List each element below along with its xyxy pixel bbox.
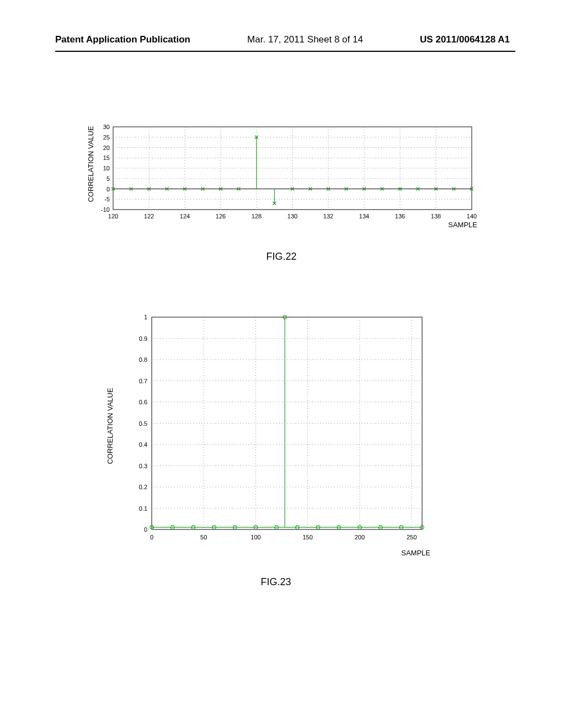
svg-text:0.6: 0.6 bbox=[139, 399, 147, 405]
svg-text:100: 100 bbox=[250, 534, 260, 540]
svg-text:0.1: 0.1 bbox=[139, 505, 147, 512]
svg-text:-10: -10 bbox=[101, 206, 110, 213]
svg-text:120: 120 bbox=[108, 213, 118, 220]
svg-text:25: 25 bbox=[103, 134, 110, 141]
svg-text:30: 30 bbox=[103, 124, 110, 130]
svg-text:0.7: 0.7 bbox=[139, 378, 147, 384]
header-left: Patent Application Publication bbox=[55, 34, 190, 45]
svg-text:200: 200 bbox=[355, 534, 365, 540]
fig23-xlabel: SAMPLE bbox=[401, 549, 430, 557]
svg-text:15: 15 bbox=[103, 154, 110, 161]
svg-text:0.2: 0.2 bbox=[139, 484, 147, 490]
fig23-ylabel: CORRELATION VALUE bbox=[106, 388, 114, 464]
svg-text:20: 20 bbox=[103, 144, 110, 151]
fig23-chart: 00.10.20.30.40.50.60.70.80.9105010015020… bbox=[121, 312, 430, 554]
page-header: Patent Application Publication Mar. 17, … bbox=[0, 34, 565, 45]
svg-text:134: 134 bbox=[359, 213, 369, 220]
fig22-caption: FIG.22 bbox=[266, 251, 296, 263]
svg-text:132: 132 bbox=[323, 213, 333, 220]
header-center: Mar. 17, 2011 Sheet 8 of 14 bbox=[247, 34, 363, 45]
svg-text:122: 122 bbox=[144, 213, 154, 220]
svg-text:250: 250 bbox=[407, 534, 417, 540]
svg-text:0: 0 bbox=[106, 186, 110, 192]
svg-text:0.8: 0.8 bbox=[139, 356, 147, 363]
fig22-chart: -10-505101520253012012212412612813013213… bbox=[86, 121, 477, 232]
svg-text:1: 1 bbox=[144, 314, 147, 320]
svg-text:-5: -5 bbox=[104, 196, 110, 202]
svg-text:0: 0 bbox=[150, 534, 153, 540]
svg-text:0.3: 0.3 bbox=[139, 463, 147, 469]
svg-text:124: 124 bbox=[180, 213, 190, 220]
svg-text:138: 138 bbox=[431, 213, 441, 220]
svg-text:0: 0 bbox=[144, 526, 147, 533]
fig22-xlabel: SAMPLE bbox=[448, 221, 477, 229]
fig22-ylabel: CORRELATION VALUE bbox=[87, 126, 95, 202]
svg-text:126: 126 bbox=[216, 213, 226, 220]
figure-22: CORRELATION VALUE -10-505101520253012012… bbox=[86, 121, 477, 232]
svg-text:150: 150 bbox=[303, 534, 313, 540]
svg-text:128: 128 bbox=[252, 213, 262, 220]
svg-text:0.9: 0.9 bbox=[139, 335, 147, 342]
figure-23: CORRELATION VALUE 00.10.20.30.40.50.60.7… bbox=[121, 312, 430, 554]
svg-text:10: 10 bbox=[103, 165, 110, 172]
svg-text:5: 5 bbox=[106, 175, 110, 182]
svg-text:0.5: 0.5 bbox=[139, 420, 147, 427]
svg-text:0.4: 0.4 bbox=[139, 441, 147, 448]
svg-text:130: 130 bbox=[287, 213, 297, 220]
fig23-caption: FIG.23 bbox=[260, 576, 291, 588]
svg-text:50: 50 bbox=[200, 534, 207, 540]
header-rule bbox=[55, 51, 515, 52]
header-right: US 2011/0064128 A1 bbox=[420, 34, 510, 45]
svg-text:136: 136 bbox=[395, 213, 405, 220]
svg-text:140: 140 bbox=[467, 213, 477, 220]
